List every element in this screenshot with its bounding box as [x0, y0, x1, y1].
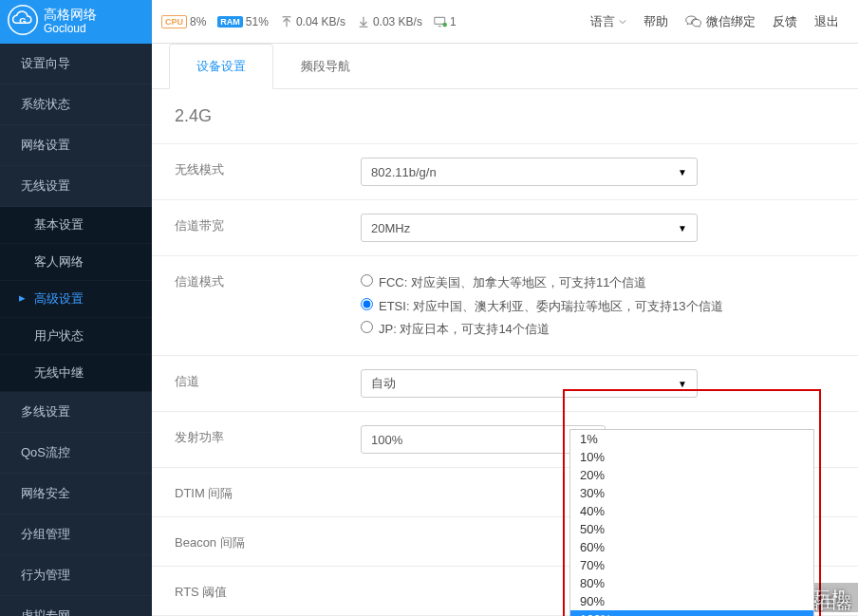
sidebar-item[interactable]: 网络设置 [0, 125, 152, 166]
sidebar-item[interactable]: 分组管理 [0, 514, 152, 555]
header-right: 语言 帮助 微信绑定 反馈 退出 [590, 13, 858, 30]
channel-select[interactable]: 自动▼ [361, 369, 698, 398]
tx-power-option[interactable]: 70% [570, 556, 813, 574]
row-channel-mode: 信道模式 FCC: 对应美国、加拿大等地区，可支持11个信道 ETSI: 对应中… [152, 255, 858, 355]
sidebar-item[interactable]: 多线设置 [0, 392, 152, 433]
logout-link[interactable]: 退出 [814, 13, 839, 30]
logo-text: 高格网络 Gocloud [44, 8, 97, 35]
wechat-bind-link[interactable]: 微信绑定 [685, 13, 755, 30]
feedback-link[interactable]: 反馈 [773, 13, 797, 30]
tx-power-option[interactable]: 90% [570, 592, 813, 610]
upload-stat: 0.04 KB/s [280, 15, 345, 28]
tx-power-option[interactable]: 100% [570, 610, 813, 616]
radio-fcc[interactable]: FCC: 对应美国、加拿大等地区，可支持11个信道 [361, 271, 820, 295]
cloud-logo-icon: G [8, 5, 38, 38]
chevron-down-icon: ▼ [678, 379, 687, 389]
clients-stat: 1 [434, 15, 457, 28]
sidebar-item[interactable]: 网络安全 [0, 474, 152, 514]
tx-power-option[interactable]: 1% [570, 430, 813, 448]
download-stat: 0.03 KB/s [357, 15, 422, 28]
sidebar: 设置向导系统状态网络设置无线设置基本设置客人网络高级设置用户状态无线中继多线设置… [0, 44, 152, 616]
sidebar-item[interactable]: 用户状态 [0, 318, 152, 355]
download-icon [357, 15, 370, 28]
sidebar-item[interactable]: 系统状态 [0, 84, 152, 125]
header-stats: CPU8% RAM51% 0.04 KB/s 0.03 KB/s 1 [152, 15, 457, 28]
channel-bandwidth-select[interactable]: 20MHz▼ [361, 214, 698, 242]
chevron-down-icon: ▼ [678, 167, 687, 177]
wechat-icon [685, 13, 702, 30]
tab-row: 设备设置 频段导航 [152, 44, 858, 89]
wireless-mode-select[interactable]: 802.11b/g/n▼ [361, 158, 698, 186]
sidebar-item[interactable]: QoS流控 [0, 433, 152, 474]
tx-power-option[interactable]: 10% [570, 448, 813, 466]
monitor-icon [434, 15, 447, 28]
upload-icon [280, 15, 293, 28]
radio-jp[interactable]: JP: 对应日本，可支持14个信道 [361, 318, 820, 342]
radio-etsi[interactable]: ETSI: 对应中国、澳大利亚、委内瑞拉等地区，可支持13个信道 [361, 295, 820, 319]
app-header: G 高格网络 Gocloud CPU8% RAM51% 0.04 KB/s 0.… [0, 0, 858, 44]
main-content: 设备设置 频段导航 2.4G 无线模式 802.11b/g/n▼ 信道带宽 20… [152, 44, 858, 616]
sidebar-item[interactable]: 行为管理 [0, 555, 152, 596]
tx-power-dropdown[interactable]: 1%10%20%30%40%50%60%70%80%90%100% [569, 429, 814, 616]
sidebar-item[interactable]: 无线中继 [0, 355, 152, 392]
tx-power-option[interactable]: 50% [570, 520, 813, 538]
row-channel: 信道 自动▼ [152, 355, 858, 411]
cpu-stat: CPU8% [161, 15, 206, 28]
sidebar-item[interactable]: 无线设置 [0, 166, 152, 207]
tab-band-navigation[interactable]: 频段导航 [273, 44, 378, 88]
help-link[interactable]: 帮助 [644, 13, 668, 30]
ram-stat: RAM51% [217, 15, 269, 28]
tx-power-option[interactable]: 30% [570, 484, 813, 502]
svg-text:G: G [19, 15, 26, 26]
sidebar-item[interactable]: 高级设置 [0, 281, 152, 318]
row-channel-bandwidth: 信道带宽 20MHz▼ [152, 199, 858, 255]
logo: G 高格网络 Gocloud [0, 0, 152, 44]
tab-device-settings[interactable]: 设备设置 [169, 44, 273, 89]
sidebar-item[interactable]: 基本设置 [0, 207, 152, 244]
sidebar-item[interactable]: 客人网络 [0, 244, 152, 281]
row-wireless-mode: 无线模式 802.11b/g/n▼ [152, 143, 858, 199]
language-dropdown[interactable]: 语言 [590, 13, 626, 30]
svg-rect-4 [435, 17, 445, 24]
sidebar-item[interactable]: 虚拟专网 [0, 596, 152, 616]
chevron-down-icon [619, 18, 626, 26]
sidebar-item[interactable]: 设置向导 [0, 44, 152, 84]
tx-power-option[interactable]: 20% [570, 466, 813, 484]
tx-power-option[interactable]: 60% [570, 538, 813, 556]
section-title: 2.4G [152, 89, 858, 143]
tx-power-option[interactable]: 40% [570, 502, 813, 520]
chevron-down-icon: ▼ [678, 223, 687, 233]
tx-power-option[interactable]: 80% [570, 574, 813, 592]
svg-point-6 [442, 22, 447, 27]
